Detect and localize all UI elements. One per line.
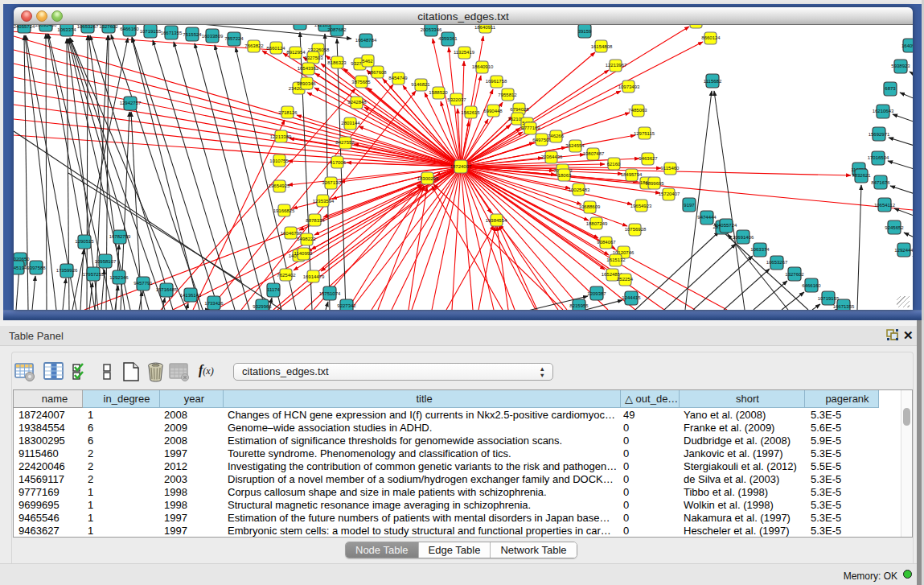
svg-text:18640911: 18640911 <box>474 25 496 30</box>
svg-text:1209387: 1209387 <box>587 291 606 296</box>
svg-text:1733426: 1733426 <box>204 301 224 306</box>
svg-text:16671355: 16671355 <box>161 31 183 35</box>
svg-text:5498222: 5498222 <box>297 237 316 241</box>
svg-text:12975115: 12975115 <box>634 131 655 136</box>
svg-text:1327602: 1327602 <box>99 25 118 29</box>
svg-text:18300295: 18300295 <box>417 176 439 181</box>
svg-text:5938923: 5938923 <box>891 64 910 68</box>
svg-text:5462: 5462 <box>362 59 373 64</box>
svg-text:20691406: 20691406 <box>733 235 754 240</box>
svg-text:8813054: 8813054 <box>290 25 310 26</box>
svg-text:8454749: 8454749 <box>388 76 408 80</box>
svg-text:9245652: 9245652 <box>885 225 904 230</box>
svg-text:17957255: 17957255 <box>83 272 105 277</box>
svg-text:1562615: 1562615 <box>461 110 480 115</box>
svg-text:7955812: 7955812 <box>498 93 517 97</box>
svg-text:6794028: 6794028 <box>510 107 529 112</box>
svg-text:8660124: 8660124 <box>266 46 285 51</box>
svg-text:1140993: 1140993 <box>294 251 314 256</box>
svg-text:16033809: 16033809 <box>202 34 224 39</box>
svg-text:1145194: 1145194 <box>14 266 27 270</box>
svg-text:9084067: 9084067 <box>597 240 616 245</box>
svg-text:10719155: 10719155 <box>818 296 840 301</box>
svg-text:18807249: 18807249 <box>586 221 608 226</box>
svg-text:12213389: 12213389 <box>270 134 292 139</box>
svg-text:4359361: 4359361 <box>438 36 458 41</box>
svg-text:10025483: 10025483 <box>569 187 590 192</box>
svg-text:16914479: 16914479 <box>303 274 325 279</box>
svg-text:24055724: 24055724 <box>14 25 35 29</box>
svg-text:3267130: 3267130 <box>322 180 341 185</box>
svg-text:15720407: 15720407 <box>659 192 680 196</box>
svg-text:1588520: 1588520 <box>429 90 448 95</box>
svg-text:10756928: 10756928 <box>625 227 647 232</box>
svg-text:10654112: 10654112 <box>874 203 896 208</box>
svg-text:9890346: 9890346 <box>297 81 316 86</box>
svg-text:6466160: 6466160 <box>802 283 821 288</box>
svg-text:1290515: 1290515 <box>75 239 94 244</box>
svg-text:10688609: 10688609 <box>579 204 601 209</box>
svg-text:12942757: 12942757 <box>120 101 142 105</box>
svg-text:164095: 164095 <box>901 43 913 48</box>
svg-text:12353594: 12353594 <box>313 199 335 204</box>
svg-text:10973493: 10973493 <box>618 84 640 89</box>
svg-text:16961758: 16961758 <box>486 79 507 84</box>
svg-text:16154808: 16154808 <box>591 44 613 49</box>
svg-text:8215955: 8215955 <box>569 303 589 308</box>
svg-text:1327602: 1327602 <box>785 272 804 277</box>
svg-text:20691406: 20691406 <box>35 25 57 27</box>
svg-text:7663822: 7663822 <box>244 43 264 48</box>
svg-text:9146821: 9146821 <box>411 82 430 87</box>
svg-text:1292346: 1292346 <box>109 275 129 280</box>
svg-text:16782759: 16782759 <box>109 234 131 239</box>
svg-text:18063: 18063 <box>558 173 572 178</box>
svg-text:1010755: 1010755 <box>269 159 289 163</box>
svg-text:9899695: 9899695 <box>645 181 664 186</box>
svg-text:9457791: 9457791 <box>133 281 153 286</box>
svg-text:9115460: 9115460 <box>661 166 680 171</box>
svg-text:7832621: 7832621 <box>852 173 871 178</box>
svg-text:62160: 62160 <box>607 162 621 167</box>
svg-text:252254: 252254 <box>617 277 634 282</box>
svg-text:15716485: 15716485 <box>156 287 178 292</box>
svg-text:2803144: 2803144 <box>341 121 360 126</box>
svg-text:17359926: 17359926 <box>56 268 78 273</box>
svg-text:10653267: 10653267 <box>77 25 99 29</box>
svg-text:8186323: 8186323 <box>327 60 347 65</box>
svg-text:16046798: 16046798 <box>281 231 302 236</box>
svg-text:20053346: 20053346 <box>421 27 442 32</box>
svg-text:1244415: 1244415 <box>622 295 641 300</box>
svg-text:7857224: 7857224 <box>224 36 244 41</box>
svg-text:2867608: 2867608 <box>368 70 387 75</box>
svg-text:6466160: 6466160 <box>120 27 139 31</box>
svg-text:5322037: 5322037 <box>447 97 466 102</box>
svg-text:10807487: 10807487 <box>583 151 605 156</box>
svg-text:16543362: 16543362 <box>298 66 319 71</box>
svg-text:9327503: 9327503 <box>304 56 323 60</box>
svg-text:14136141: 14136141 <box>180 293 202 298</box>
svg-text:746266: 746266 <box>548 134 565 138</box>
svg-text:7485063: 7485063 <box>628 108 647 113</box>
svg-text:9242848: 9242848 <box>347 100 367 105</box>
svg-text:9227342: 9227342 <box>337 303 356 308</box>
svg-text:8912954: 8912954 <box>286 50 306 55</box>
svg-text:7515524: 7515524 <box>183 32 202 37</box>
svg-text:3624554: 3624554 <box>565 143 585 148</box>
svg-text:18495794: 18495794 <box>621 172 643 177</box>
svg-text:15692971: 15692971 <box>869 132 890 137</box>
svg-text:417006: 417006 <box>330 160 347 165</box>
svg-text:8878334: 8878334 <box>306 218 325 223</box>
svg-text:19384554: 19384554 <box>486 218 507 223</box>
svg-text:19654925: 19654925 <box>269 183 290 188</box>
svg-text:7625402: 7625402 <box>277 273 296 278</box>
svg-text:1115682: 1115682 <box>704 79 722 84</box>
svg-text:20364436: 20364436 <box>541 154 563 159</box>
svg-text:9329966: 9329966 <box>253 304 272 309</box>
svg-text:15751074: 15751074 <box>319 291 341 296</box>
svg-text:24055724: 24055724 <box>716 223 737 228</box>
svg-text:1063374: 1063374 <box>57 27 76 32</box>
svg-text:11325419: 11325419 <box>454 50 475 55</box>
svg-text:10958107: 10958107 <box>95 259 117 264</box>
svg-text:9777169: 9777169 <box>521 126 540 130</box>
svg-text:8660124: 8660124 <box>701 35 721 40</box>
